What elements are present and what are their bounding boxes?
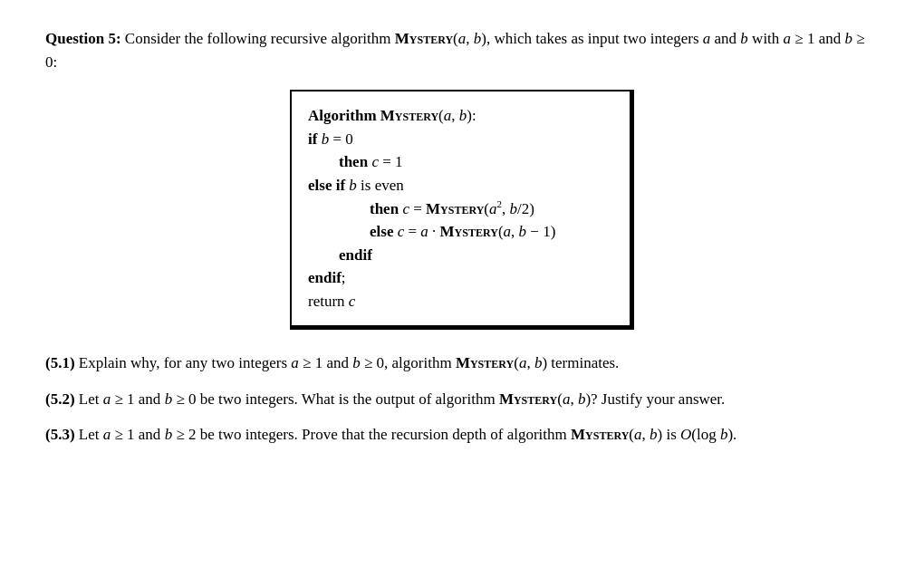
- algorithm-box: Algorithm Mystery(a, b): if b = 0 then c…: [290, 90, 634, 330]
- label-52: (5.2): [45, 390, 75, 408]
- subquestion-53: (5.3) Let a ≥ 1 and b ≥ 2 be two integer…: [45, 423, 879, 447]
- text-52: Let a ≥ 1 and b ≥ 0 be two integers. Wha…: [79, 390, 725, 408]
- subquestion-51: (5.1) Explain why, for any two integers …: [45, 351, 879, 375]
- text-53: Let a ≥ 1 and b ≥ 2 be two integers. Pro…: [79, 426, 737, 443]
- algo-line-if: if b = 0: [308, 128, 608, 151]
- algo-line-then2: then c = Mystery(a2, b/2): [308, 197, 608, 220]
- algo-line-else: else c = a · Mystery(a, b − 1): [308, 220, 608, 244]
- text-51: Explain why, for any two integers a ≥ 1 …: [79, 354, 620, 371]
- label-53: (5.3): [45, 426, 75, 443]
- algo-line-endif-outer: endif;: [308, 266, 608, 290]
- algo-line-endif-inner: endif: [308, 244, 608, 267]
- algo-title: Algorithm Mystery(a, b):: [308, 104, 608, 128]
- question-intro: Consider the following recursive algorit…: [45, 30, 865, 71]
- algo-line-elseif: else if b is even: [308, 174, 608, 197]
- subquestion-52: (5.2) Let a ≥ 1 and b ≥ 0 be two integer…: [45, 388, 879, 411]
- algo-line-return: return c: [308, 290, 608, 313]
- label-51: (5.1): [45, 354, 75, 371]
- question-header: Question 5: Consider the following recur…: [45, 27, 879, 73]
- question-label: Question 5:: [45, 30, 121, 47]
- algo-line-then1: then c = 1: [308, 150, 608, 174]
